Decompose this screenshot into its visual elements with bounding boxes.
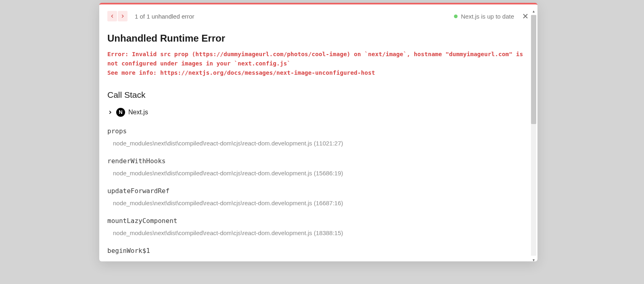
chevron-right-icon [107, 109, 113, 115]
error-message: Error: Invalid src prop (https://dummyim… [107, 50, 529, 78]
frame-function: mountLazyComponent [107, 217, 529, 225]
frame-location: node_modules\next\dist\compiled\react-do… [107, 140, 529, 147]
stack-frames: propsnode_modules\next\dist\compiled\rea… [107, 127, 529, 255]
close-icon [521, 12, 529, 20]
frame-function: props [107, 127, 529, 135]
error-nav [107, 11, 128, 21]
arrow-left-icon [109, 13, 115, 19]
dialog-header: 1 of 1 unhandled error Next.js is up to … [107, 11, 529, 21]
nextjs-logo-icon: N [116, 108, 125, 117]
stack-frame: renderWithHooksnode_modules\next\dist\co… [107, 157, 529, 177]
prev-error-button[interactable] [107, 11, 117, 21]
stack-frame: propsnode_modules\next\dist\compiled\rea… [107, 127, 529, 147]
header-left: 1 of 1 unhandled error [107, 11, 194, 21]
framework-group-toggle[interactable]: N Next.js [107, 108, 529, 117]
error-title: Unhandled Runtime Error [107, 33, 529, 44]
status-text: Next.js is up to date [461, 13, 514, 20]
scroll-up-icon: ▴ [531, 8, 536, 14]
scrollbar-thumb[interactable] [531, 15, 536, 124]
frame-location: node_modules\next\dist\compiled\react-do… [107, 229, 529, 236]
frame-function: updateForwardRef [107, 187, 529, 195]
framework-label: Next.js [128, 109, 148, 116]
arrow-right-icon [120, 13, 125, 19]
close-button[interactable] [521, 12, 529, 20]
scrollbar[interactable]: ▴ ▾ [531, 8, 536, 261]
frame-location: node_modules\next\dist\compiled\react-do… [107, 200, 529, 206]
dialog-content: 1 of 1 unhandled error Next.js is up to … [99, 4, 537, 261]
stack-frame: mountLazyComponentnode_modules\next\dist… [107, 217, 529, 236]
status-dot-icon [454, 15, 458, 18]
frame-location: node_modules\next\dist\compiled\react-do… [107, 170, 529, 177]
header-right: Next.js is up to date [454, 12, 529, 20]
error-counter: 1 of 1 unhandled error [135, 13, 194, 20]
version-status: Next.js is up to date [454, 13, 514, 20]
frame-function: renderWithHooks [107, 157, 529, 165]
next-error-button[interactable] [118, 11, 128, 21]
scroll-down-icon: ▾ [531, 257, 536, 261]
error-overlay-dialog: 1 of 1 unhandled error Next.js is up to … [99, 3, 537, 261]
stack-frame: beginWork$1 [107, 247, 529, 255]
stack-frame: updateForwardRefnode_modules\next\dist\c… [107, 187, 529, 206]
callstack-title: Call Stack [107, 90, 529, 100]
frame-function: beginWork$1 [107, 247, 529, 255]
